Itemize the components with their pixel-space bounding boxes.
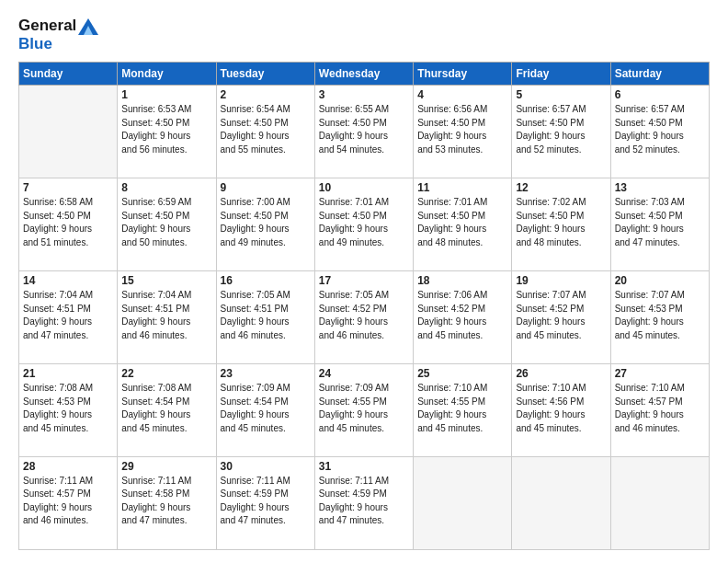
day-info: Sunrise: 7:10 AMSunset: 4:55 PMDaylight:…: [417, 382, 507, 435]
calendar-week-row: 7Sunrise: 6:58 AMSunset: 4:50 PMDaylight…: [19, 178, 710, 271]
day-info: Sunrise: 6:59 AMSunset: 4:50 PMDaylight:…: [121, 196, 211, 249]
day-number: 30: [221, 460, 311, 473]
calendar-day-21: 21Sunrise: 7:08 AMSunset: 4:53 PMDayligh…: [19, 364, 118, 457]
calendar-day-12: 12Sunrise: 7:02 AMSunset: 4:50 PMDayligh…: [512, 178, 610, 271]
calendar-day-26: 26Sunrise: 7:10 AMSunset: 4:56 PMDayligh…: [512, 364, 610, 457]
calendar-week-row: 28Sunrise: 7:11 AMSunset: 4:57 PMDayligh…: [19, 456, 710, 549]
day-number: 2: [221, 88, 311, 101]
day-info: Sunrise: 7:11 AMSunset: 4:58 PMDaylight:…: [121, 475, 211, 528]
weekday-header-wednesday: Wednesday: [314, 63, 413, 86]
day-info: Sunrise: 7:09 AMSunset: 4:54 PMDaylight:…: [221, 382, 311, 435]
calendar-day-10: 10Sunrise: 7:01 AMSunset: 4:50 PMDayligh…: [314, 178, 413, 271]
calendar-table: SundayMondayTuesdayWednesdayThursdayFrid…: [18, 62, 710, 550]
day-number: 7: [23, 181, 113, 194]
day-info: Sunrise: 7:01 AMSunset: 4:50 PMDaylight:…: [417, 196, 507, 249]
day-info: Sunrise: 7:10 AMSunset: 4:57 PMDaylight:…: [615, 382, 705, 435]
day-number: 26: [516, 367, 606, 380]
day-info: Sunrise: 6:54 AMSunset: 4:50 PMDaylight:…: [221, 103, 311, 156]
weekday-header-saturday: Saturday: [610, 63, 709, 86]
day-info: Sunrise: 6:53 AMSunset: 4:50 PMDaylight:…: [121, 103, 211, 156]
day-number: 27: [615, 367, 705, 380]
calendar-day-23: 23Sunrise: 7:09 AMSunset: 4:54 PMDayligh…: [216, 364, 314, 457]
logo-text: General: [18, 17, 98, 35]
day-info: Sunrise: 7:02 AMSunset: 4:50 PMDaylight:…: [516, 196, 606, 249]
day-number: 14: [23, 274, 113, 287]
day-number: 10: [319, 181, 409, 194]
header: General Blue: [18, 17, 710, 52]
day-info: Sunrise: 7:05 AMSunset: 4:52 PMDaylight:…: [319, 289, 409, 342]
day-number: 22: [121, 367, 211, 380]
calendar-day-18: 18Sunrise: 7:06 AMSunset: 4:52 PMDayligh…: [414, 271, 512, 364]
calendar-week-row: 1Sunrise: 6:53 AMSunset: 4:50 PMDaylight…: [19, 86, 710, 178]
day-info: Sunrise: 7:07 AMSunset: 4:52 PMDaylight:…: [516, 289, 606, 342]
day-number: 8: [121, 181, 211, 194]
weekday-header-tuesday: Tuesday: [216, 63, 314, 86]
logo-blue: Blue: [18, 35, 98, 53]
calendar-empty-cell: [19, 86, 118, 178]
day-info: Sunrise: 7:11 AMSunset: 4:59 PMDaylight:…: [221, 475, 311, 528]
day-number: 29: [121, 460, 211, 473]
day-info: Sunrise: 7:11 AMSunset: 4:59 PMDaylight:…: [319, 475, 409, 528]
calendar-day-17: 17Sunrise: 7:05 AMSunset: 4:52 PMDayligh…: [314, 271, 413, 364]
calendar-day-11: 11Sunrise: 7:01 AMSunset: 4:50 PMDayligh…: [414, 178, 512, 271]
day-number: 12: [516, 181, 606, 194]
day-number: 19: [516, 274, 606, 287]
day-number: 13: [615, 181, 705, 194]
calendar-day-7: 7Sunrise: 6:58 AMSunset: 4:50 PMDaylight…: [19, 178, 118, 271]
day-info: Sunrise: 7:10 AMSunset: 4:56 PMDaylight:…: [516, 382, 606, 435]
calendar-week-row: 21Sunrise: 7:08 AMSunset: 4:53 PMDayligh…: [19, 364, 710, 457]
day-number: 31: [319, 460, 409, 473]
calendar-day-24: 24Sunrise: 7:09 AMSunset: 4:55 PMDayligh…: [314, 364, 413, 457]
calendar-day-9: 9Sunrise: 7:00 AMSunset: 4:50 PMDaylight…: [216, 178, 314, 271]
calendar-day-29: 29Sunrise: 7:11 AMSunset: 4:58 PMDayligh…: [118, 456, 216, 549]
calendar-day-4: 4Sunrise: 6:56 AMSunset: 4:50 PMDaylight…: [414, 86, 512, 178]
day-number: 17: [319, 274, 409, 287]
calendar-day-19: 19Sunrise: 7:07 AMSunset: 4:52 PMDayligh…: [512, 271, 610, 364]
day-info: Sunrise: 6:58 AMSunset: 4:50 PMDaylight:…: [23, 196, 113, 249]
day-info: Sunrise: 7:01 AMSunset: 4:50 PMDaylight:…: [319, 196, 409, 249]
day-info: Sunrise: 7:05 AMSunset: 4:51 PMDaylight:…: [221, 289, 311, 342]
calendar-day-28: 28Sunrise: 7:11 AMSunset: 4:57 PMDayligh…: [19, 456, 118, 549]
day-info: Sunrise: 7:06 AMSunset: 4:52 PMDaylight:…: [417, 289, 507, 342]
day-info: Sunrise: 7:07 AMSunset: 4:53 PMDaylight:…: [615, 289, 705, 342]
day-info: Sunrise: 7:09 AMSunset: 4:55 PMDaylight:…: [319, 382, 409, 435]
calendar-day-1: 1Sunrise: 6:53 AMSunset: 4:50 PMDaylight…: [118, 86, 216, 178]
day-number: 15: [121, 274, 211, 287]
calendar-day-27: 27Sunrise: 7:10 AMSunset: 4:57 PMDayligh…: [610, 364, 709, 457]
day-number: 23: [221, 367, 311, 380]
day-info: Sunrise: 6:56 AMSunset: 4:50 PMDaylight:…: [417, 103, 507, 156]
day-number: 18: [417, 274, 507, 287]
day-number: 5: [516, 88, 606, 101]
day-info: Sunrise: 7:08 AMSunset: 4:53 PMDaylight:…: [23, 382, 113, 435]
day-info: Sunrise: 7:04 AMSunset: 4:51 PMDaylight:…: [121, 289, 211, 342]
calendar-day-2: 2Sunrise: 6:54 AMSunset: 4:50 PMDaylight…: [216, 86, 314, 178]
day-number: 16: [221, 274, 311, 287]
day-info: Sunrise: 7:00 AMSunset: 4:50 PMDaylight:…: [221, 196, 311, 249]
calendar-day-22: 22Sunrise: 7:08 AMSunset: 4:54 PMDayligh…: [118, 364, 216, 457]
day-number: 28: [23, 460, 113, 473]
calendar-day-14: 14Sunrise: 7:04 AMSunset: 4:51 PMDayligh…: [19, 271, 118, 364]
day-info: Sunrise: 6:55 AMSunset: 4:50 PMDaylight:…: [319, 103, 409, 156]
weekday-header-friday: Friday: [512, 63, 610, 86]
weekday-header-thursday: Thursday: [414, 63, 512, 86]
day-info: Sunrise: 7:03 AMSunset: 4:50 PMDaylight:…: [615, 196, 705, 249]
day-number: 6: [615, 88, 705, 101]
weekday-header-sunday: Sunday: [19, 63, 118, 86]
calendar-day-15: 15Sunrise: 7:04 AMSunset: 4:51 PMDayligh…: [118, 271, 216, 364]
day-info: Sunrise: 6:57 AMSunset: 4:50 PMDaylight:…: [615, 103, 705, 156]
calendar-empty-cell: [512, 456, 610, 549]
day-number: 25: [417, 367, 507, 380]
calendar-day-16: 16Sunrise: 7:05 AMSunset: 4:51 PMDayligh…: [216, 271, 314, 364]
day-number: 21: [23, 367, 113, 380]
calendar-day-30: 30Sunrise: 7:11 AMSunset: 4:59 PMDayligh…: [216, 456, 314, 549]
calendar-day-25: 25Sunrise: 7:10 AMSunset: 4:55 PMDayligh…: [414, 364, 512, 457]
weekday-header-row: SundayMondayTuesdayWednesdayThursdayFrid…: [19, 63, 710, 86]
day-info: Sunrise: 7:11 AMSunset: 4:57 PMDaylight:…: [23, 475, 113, 528]
day-number: 11: [417, 181, 507, 194]
day-number: 4: [417, 88, 507, 101]
weekday-header-monday: Monday: [118, 63, 216, 86]
day-number: 3: [319, 88, 409, 101]
calendar-day-31: 31Sunrise: 7:11 AMSunset: 4:59 PMDayligh…: [314, 456, 413, 549]
calendar-empty-cell: [414, 456, 512, 549]
day-number: 9: [221, 181, 311, 194]
